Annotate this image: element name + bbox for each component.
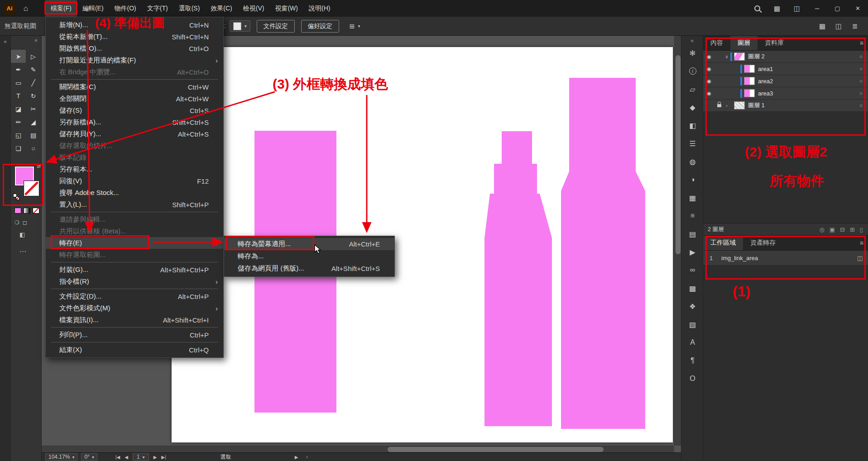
layer-thumbnail[interactable] xyxy=(744,89,755,97)
file-menu-item[interactable]: 另存新檔(A)... Shift+Ctrl+S xyxy=(46,116,223,128)
apply-color-button[interactable] xyxy=(14,208,21,214)
home-icon[interactable]: ⌂ xyxy=(19,0,33,17)
pathfinder-icon[interactable]: ▦ xyxy=(681,189,704,207)
layer-row[interactable]: ◉ area3 ○ xyxy=(703,87,868,100)
actions-icon[interactable]: ▶ xyxy=(681,243,704,261)
apply-gradient-button[interactable] xyxy=(24,208,30,214)
gradient-tool[interactable]: ▤ xyxy=(26,128,41,142)
last-artboard-button[interactable]: ▶| xyxy=(161,455,166,460)
file-menu-item[interactable]: 搜尋 Adobe Stock... xyxy=(46,187,223,199)
layer-name[interactable]: area1 xyxy=(758,66,859,72)
selection-tool[interactable]: ➤ xyxy=(11,50,26,63)
file-menu-item[interactable]: 另存範本... xyxy=(46,163,223,175)
visibility-eye-icon[interactable]: ◉ xyxy=(707,54,711,60)
export-submenu-item[interactable]: 儲存為網頁用 (舊版)... Alt+Shift+Ctrl+S xyxy=(224,262,394,275)
file-menu-item[interactable]: 封裝(G)... Alt+Shift+Ctrl+P xyxy=(46,264,223,276)
blob-icon[interactable]: ◆ xyxy=(681,98,704,116)
document-layout-icon[interactable]: ◫ xyxy=(787,0,807,17)
zoom-tool[interactable]: ○ xyxy=(26,142,41,155)
vertical-scrollbar[interactable] xyxy=(674,36,681,446)
new-layer-icon[interactable]: ⊞ xyxy=(850,226,855,233)
search-icon[interactable] xyxy=(747,0,767,17)
artboard-icon[interactable]: ◫ xyxy=(857,255,863,261)
menubar-item[interactable]: 檔案(F) xyxy=(45,0,77,17)
expand-chevron-icon[interactable]: ∨ xyxy=(723,54,730,60)
target-circle-icon[interactable]: ○ xyxy=(859,54,863,59)
layer-thumbnail[interactable] xyxy=(744,77,755,85)
file-menu-item[interactable]: 版本記錄 xyxy=(46,152,223,163)
target-circle-icon[interactable]: ○ xyxy=(859,103,863,108)
file-menu-item[interactable]: 新增(N)... Ctrl+N xyxy=(46,19,223,31)
panel-menu-icon[interactable]: ≡ xyxy=(860,39,863,47)
file-menu-item[interactable] xyxy=(51,327,218,328)
file-menu-item[interactable]: 儲存(S) Ctrl+S xyxy=(46,105,223,116)
rotation-dropdown[interactable]: 0° ▾ xyxy=(81,453,97,461)
rotate-tool[interactable]: ↻ xyxy=(26,89,41,102)
opentype-icon[interactable]: O xyxy=(681,370,704,388)
file-menu-item[interactable] xyxy=(51,212,218,212)
menubar-item[interactable]: 文字(T) xyxy=(142,0,173,17)
layer-name[interactable]: 圖層 1 xyxy=(748,101,859,109)
maximize-icon[interactable]: ▢ xyxy=(827,0,848,17)
file-menu-item[interactable]: 全部關閉 Alt+Ctrl+W xyxy=(46,93,223,105)
layer-thumbnail[interactable] xyxy=(744,65,755,73)
style-dropdown[interactable]: ▾ xyxy=(230,20,250,32)
menubar-item[interactable]: 選取(S) xyxy=(173,0,206,17)
tile-documents-icon[interactable]: ◫ xyxy=(832,18,845,34)
image-trace-icon[interactable]: ▧ xyxy=(681,315,704,333)
file-menu-item[interactable]: 置入(L)... Shift+Ctrl+P xyxy=(46,199,223,210)
line-segment-tool[interactable]: ╱ xyxy=(26,76,41,89)
shape-builder-tool[interactable]: ◱ xyxy=(11,128,26,142)
minimize-icon[interactable]: ─ xyxy=(807,0,827,17)
export-submenu-item[interactable]: 轉存為... xyxy=(224,250,394,262)
collapse-toolbar-icon[interactable]: « xyxy=(11,36,41,43)
paragraph-icon[interactable]: ¶ xyxy=(681,352,704,370)
panel-tab[interactable]: 圖層 xyxy=(730,36,758,50)
artboard-row[interactable]: 1 img_link_area ◫ xyxy=(703,251,868,266)
status-play-icon[interactable]: ▶ xyxy=(295,455,298,460)
swap-fill-stroke-icon[interactable]: ⇄ xyxy=(37,164,41,169)
menubar-item[interactable]: 視窗(W) xyxy=(269,0,303,17)
stroke-color-swatch[interactable] xyxy=(24,181,39,196)
collapse-dock-icon[interactable]: « xyxy=(4,38,7,45)
draw-behind-icon[interactable]: ◻ xyxy=(23,219,27,226)
file-menu-item[interactable]: 回復(V) F12 xyxy=(46,175,223,187)
file-menu-item[interactable]: 轉存選取範圍... xyxy=(46,249,223,261)
file-menu-item[interactable]: 打開最近使用過的檔案(F) › xyxy=(46,54,223,66)
close-icon[interactable]: ✕ xyxy=(848,0,868,17)
layer-name[interactable]: area2 xyxy=(758,78,859,85)
artboard-number-dropdown[interactable]: 1 ▾ xyxy=(133,453,149,461)
previous-artboard-button[interactable]: ◀ xyxy=(125,455,128,460)
artboard-tool[interactable]: ❏ xyxy=(11,142,26,155)
file-menu-item[interactable]: 列印(P)... Ctrl+P xyxy=(46,329,223,341)
file-menu-item[interactable] xyxy=(51,289,218,289)
panel-menu-icon[interactable]: ≣ xyxy=(848,18,862,34)
target-circle-icon[interactable]: ○ xyxy=(859,90,863,96)
eraser-tool[interactable]: ◪ xyxy=(11,102,26,115)
panel-tab[interactable]: 資產轉存 xyxy=(743,236,783,250)
visibility-eye-icon[interactable]: ◉ xyxy=(707,78,711,84)
file-menu-item[interactable]: 從範本新增(T)... Shift+Ctrl+N xyxy=(46,31,223,43)
menubar-item[interactable]: 物件(O) xyxy=(109,0,142,17)
menubar-item[interactable]: 效果(C) xyxy=(205,0,237,17)
file-menu-item[interactable]: 轉存(E) › xyxy=(46,237,223,249)
file-menu-item[interactable]: 結束(X) Ctrl+Q xyxy=(46,344,223,356)
edit-toolbar-icon[interactable]: ⋯ xyxy=(19,247,26,255)
vertical-scrollbar-thumb[interactable] xyxy=(676,55,681,254)
symbols-icon[interactable]: ❖ xyxy=(681,297,704,315)
file-menu-item[interactable] xyxy=(51,262,218,262)
default-fill-stroke-icon[interactable] xyxy=(13,194,19,200)
pattern-icon[interactable]: ▩ xyxy=(681,279,704,297)
file-menu-item[interactable]: 邀請參與編輯... xyxy=(46,214,223,225)
file-menu-item[interactable]: 開啟舊檔(O)... Ctrl+O xyxy=(46,43,223,54)
zoom-level-dropdown[interactable]: 104.17% ▾ xyxy=(45,453,77,461)
panel-tab[interactable]: 資料庫 xyxy=(758,36,791,50)
links-icon[interactable]: ∞ xyxy=(681,261,704,279)
preferences-button[interactable]: 偏好設定 xyxy=(301,20,339,33)
file-menu-item[interactable]: 共用以供審核 (Beta)... xyxy=(46,225,223,237)
curvature-tool[interactable]: ✎ xyxy=(26,63,41,76)
file-menu-item[interactable]: 文件設定(D)... Alt+Ctrl+P xyxy=(46,290,223,302)
layer-row[interactable]: ◉ area2 ○ xyxy=(703,75,868,87)
direct-selection-tool[interactable]: ▷ xyxy=(26,50,41,63)
visibility-eye-icon[interactable]: ◉ xyxy=(707,90,711,96)
